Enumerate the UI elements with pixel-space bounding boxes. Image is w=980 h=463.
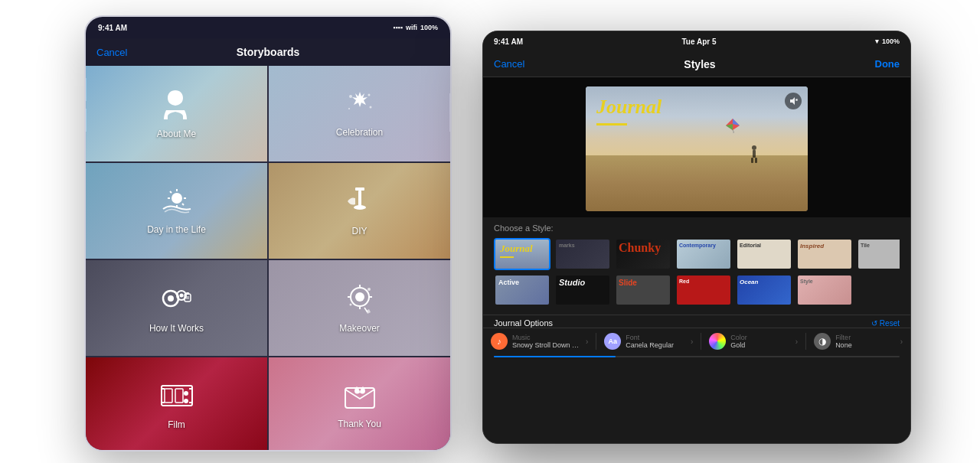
- font-option[interactable]: Aa Font Canela Regular ›: [596, 333, 701, 350]
- filter-icon: ◑: [814, 333, 831, 350]
- svg-point-24: [355, 292, 364, 302]
- svg-point-14: [354, 205, 366, 210]
- styles-row-1: Journal marks Chunky Contemporary: [494, 238, 900, 270]
- style-thumb-chunky[interactable]: Chunky: [615, 238, 671, 270]
- style-thumb-studio[interactable]: Studio: [554, 274, 611, 306]
- grid-cell-about[interactable]: About Me: [86, 66, 267, 161]
- reset-button[interactable]: ↺ Reset: [871, 319, 900, 328]
- music-option[interactable]: ♪ Music Snowy Stroll Down Mainstreet ›: [483, 333, 596, 350]
- style-thumb-red[interactable]: Red: [675, 274, 732, 306]
- status-icons-back: ▪▪▪▪ wifi 100%: [393, 24, 438, 31]
- style-thumb-marks[interactable]: marks: [554, 238, 611, 270]
- svg-point-36: [184, 399, 188, 403]
- about-icon: [162, 89, 192, 126]
- makeover-icon: [345, 283, 375, 320]
- svg-point-4: [369, 106, 371, 108]
- style-thumb-journal[interactable]: Journal: [494, 238, 550, 270]
- day-label: Day in the Life: [147, 224, 206, 235]
- svg-point-29: [368, 288, 371, 291]
- battery-front: 100%: [882, 37, 900, 45]
- music-type: Music: [512, 334, 581, 341]
- style-thumb-ocean[interactable]: Ocean: [736, 274, 792, 306]
- options-bar: Journal Options ↺ Reset: [483, 315, 910, 328]
- grid-cell-diy[interactable]: DIY: [269, 163, 450, 259]
- options-label: Journal Options: [494, 318, 553, 328]
- film-icon: [160, 381, 194, 416]
- filter-text: Filter None: [835, 334, 852, 349]
- filter-option[interactable]: ◑ Filter None ›: [806, 333, 910, 350]
- preview-image: Journal: [586, 86, 808, 211]
- styles-row-2: Active Studio Slide Red: [494, 274, 900, 306]
- svg-rect-20: [186, 292, 189, 295]
- film-label: Film: [168, 419, 185, 430]
- svg-rect-39: [753, 150, 756, 158]
- svg-rect-34: [175, 389, 183, 403]
- svg-point-30: [349, 303, 351, 305]
- music-chevron: ›: [586, 337, 588, 346]
- music-icon: ♪: [491, 333, 508, 350]
- nav-bar-back: Cancel Storyboards: [86, 38, 450, 66]
- svg-point-5: [172, 193, 182, 204]
- style-thumb-editorial[interactable]: Editorial: [736, 238, 792, 270]
- color-chevron: ›: [795, 337, 798, 346]
- svg-point-3: [348, 108, 350, 109]
- preview-title: Journal: [596, 96, 662, 119]
- grid-cell-how[interactable]: How It Works: [86, 260, 267, 356]
- storyboard-grid: About Me Celebration: [86, 66, 450, 452]
- svg-rect-13: [358, 191, 361, 206]
- filter-value: None: [835, 341, 852, 349]
- diy-label: DIY: [351, 226, 367, 236]
- svg-point-1: [349, 95, 352, 98]
- filter-type: Filter: [835, 334, 852, 341]
- signal-icon: ▪▪▪▪: [393, 24, 403, 31]
- status-bar-back: 9:41 AM ▪▪▪▪ wifi 100%: [86, 17, 450, 38]
- preview-underline: [596, 123, 627, 126]
- status-time-front: 9:41 AM: [494, 37, 523, 46]
- grid-cell-celebration[interactable]: Celebration: [269, 66, 450, 161]
- svg-rect-12: [355, 187, 364, 191]
- style-thumb-contemporary[interactable]: Contemporary: [675, 238, 732, 270]
- style-thumb-tile[interactable]: Tile: [857, 238, 900, 270]
- nav-title-back: Storyboards: [237, 46, 299, 58]
- color-option[interactable]: Color Gold ›: [701, 333, 806, 350]
- grid-cell-film[interactable]: Film: [86, 357, 267, 452]
- nav-bar-front: Cancel Styles Done: [483, 51, 910, 77]
- how-icon: [160, 283, 194, 320]
- color-value: Gold: [730, 341, 747, 349]
- battery-back: 100%: [420, 24, 438, 31]
- done-button[interactable]: Done: [875, 58, 900, 70]
- style-thumb-inspired[interactable]: Inspired: [796, 238, 853, 270]
- font-type: Font: [626, 334, 674, 341]
- music-value: Snowy Stroll Down Mainstreet: [512, 341, 581, 349]
- styles-label: Choose a Style:: [494, 223, 900, 233]
- cancel-button-back[interactable]: Cancel: [96, 47, 127, 58]
- ipad-back: 9:41 AM ▪▪▪▪ wifi 100% Cancel Storyboard…: [84, 15, 452, 452]
- day-icon: [162, 187, 192, 221]
- svg-rect-40: [751, 158, 753, 163]
- style-thumb-active[interactable]: Active: [494, 274, 550, 306]
- grid-cell-day[interactable]: Day in the Life: [86, 163, 267, 259]
- svg-line-10: [170, 191, 172, 193]
- bottom-options: ♪ Music Snowy Stroll Down Mainstreet › A…: [483, 328, 910, 356]
- grid-cell-thankyou[interactable]: Thank You: [269, 357, 450, 452]
- svg-point-18: [179, 293, 183, 297]
- svg-point-38: [752, 145, 756, 150]
- font-chevron: ›: [691, 337, 693, 346]
- style-thumb-slide[interactable]: Slide: [615, 274, 671, 306]
- svg-rect-33: [165, 389, 172, 403]
- style-thumb-last[interactable]: Style: [796, 274, 853, 306]
- music-text: Music Snowy Stroll Down Mainstreet: [512, 334, 581, 349]
- status-time-back: 9:41 AM: [98, 24, 127, 32]
- color-type: Color: [730, 334, 747, 341]
- wifi-icon: wifi: [406, 24, 417, 31]
- grid-cell-makeover[interactable]: Makeover: [269, 260, 450, 356]
- svg-line-11: [182, 204, 184, 205]
- mute-button[interactable]: [785, 93, 802, 109]
- status-icons-front: ▾ 100%: [875, 37, 900, 45]
- filter-chevron: ›: [900, 337, 903, 346]
- cancel-button-front[interactable]: Cancel: [494, 58, 524, 70]
- font-icon: Aa: [604, 333, 621, 350]
- color-text: Color Gold: [730, 334, 747, 349]
- person-silhouette: [750, 145, 759, 166]
- celebration-label: Celebration: [336, 127, 383, 138]
